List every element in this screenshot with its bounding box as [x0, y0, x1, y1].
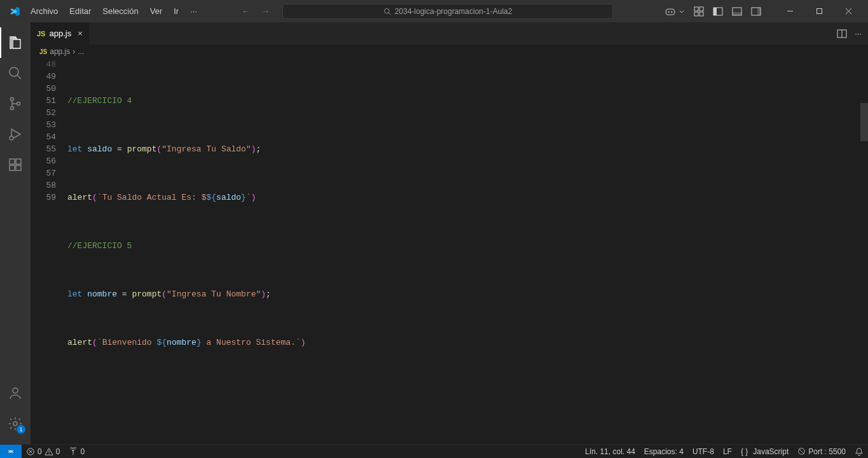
- vscode-logo-icon: [9, 6, 20, 17]
- breadcrumb-more: ...: [78, 47, 84, 56]
- encoding-button[interactable]: UTF-8: [688, 445, 719, 459]
- broadcast-icon: [797, 447, 806, 455]
- explorer-icon[interactable]: [0, 27, 31, 58]
- line-number: 48: [31, 59, 56, 71]
- svg-point-24: [10, 136, 13, 140]
- settings-gear-icon[interactable]: 1: [0, 408, 31, 439]
- line-number: 58: [31, 179, 56, 191]
- svg-rect-5: [694, 7, 698, 11]
- code-line: let nombre = prompt("Ingresa Tu Nombre")…: [67, 288, 868, 300]
- svg-point-19: [10, 67, 18, 76]
- menu-ir[interactable]: Ir: [169, 4, 184, 18]
- activity-bar: 1: [0, 22, 31, 444]
- layout-grid-icon[interactable]: [694, 6, 704, 17]
- svg-rect-2: [666, 9, 675, 15]
- breadcrumb-file: app.js: [50, 47, 70, 56]
- ports-button[interactable]: 0: [64, 445, 89, 459]
- copilot-button[interactable]: [665, 6, 685, 17]
- svg-point-29: [13, 388, 18, 393]
- code-content[interactable]: //EJERCICIO 4 let saldo = prompt("Ingres…: [67, 59, 868, 444]
- svg-rect-16: [816, 9, 822, 14]
- line-number: 52: [31, 107, 56, 119]
- svg-rect-8: [699, 12, 703, 16]
- close-button[interactable]: [834, 0, 863, 22]
- search-text: 2034-logica-programacion-1-Aula2: [395, 7, 513, 16]
- code-line: [67, 216, 868, 228]
- indentation-button[interactable]: Espacios: 4: [640, 445, 688, 459]
- editor-more-icon[interactable]: ···: [855, 29, 862, 38]
- chevron-down-icon: [679, 8, 685, 15]
- line-number: 59: [31, 191, 56, 204]
- problems-button[interactable]: 0 0: [22, 445, 64, 459]
- search-icon: [383, 8, 391, 15]
- code-line: [67, 312, 868, 324]
- menu-ver[interactable]: Ver: [145, 4, 168, 18]
- source-control-icon[interactable]: [0, 88, 31, 119]
- layout-sidebar-right-icon[interactable]: [751, 6, 761, 17]
- split-editor-icon[interactable]: [837, 29, 847, 39]
- editor-region: JS app.js × ··· JS app.js › ... 48 49 50…: [31, 22, 868, 444]
- svg-rect-6: [699, 7, 703, 11]
- svg-rect-25: [10, 159, 15, 164]
- notifications-button[interactable]: [850, 445, 868, 459]
- accounts-icon[interactable]: [0, 378, 31, 408]
- code-line: alert(`Tu Saldo Actual Es: $${saldo}`): [67, 191, 868, 204]
- svg-point-22: [11, 107, 14, 110]
- bell-icon: [855, 447, 864, 456]
- line-number: 53: [31, 119, 56, 131]
- line-number: 49: [31, 71, 56, 83]
- menu-bar: Archivo Editar Selección Ver Ir ···: [25, 4, 202, 18]
- svg-rect-10: [713, 8, 717, 15]
- language-mode-button[interactable]: { }JavaScript: [736, 445, 793, 459]
- title-bar: Archivo Editar Selección Ver Ir ··· ← → …: [0, 0, 868, 22]
- command-center[interactable]: 2034-logica-programacion-1-Aula2: [282, 4, 613, 19]
- js-file-icon: JS: [37, 30, 45, 38]
- svg-point-3: [668, 11, 670, 12]
- code-line: alert(`Bienvenido ${nombre} a Nuestro Si…: [67, 337, 868, 349]
- breadcrumb[interactable]: JS app.js › ...: [31, 45, 868, 59]
- svg-line-20: [17, 75, 21, 79]
- code-editor[interactable]: 48 49 50 51 52 53 54 55 56 57 58 59 //EJ…: [31, 59, 868, 444]
- tab-bar: JS app.js × ···: [31, 22, 868, 45]
- copilot-icon: [665, 6, 676, 17]
- line-number: 55: [31, 143, 56, 155]
- tab-filename: app.js: [49, 29, 71, 38]
- code-line: [67, 264, 868, 276]
- js-file-icon: JS: [39, 48, 47, 55]
- status-bar: 0 0 0 Lín. 11, col. 44 Espacios: 4 UTF-8…: [0, 444, 868, 458]
- svg-rect-26: [10, 165, 15, 170]
- svg-rect-7: [694, 12, 698, 16]
- eol-button[interactable]: LF: [719, 445, 736, 459]
- nav-back-icon[interactable]: ←: [242, 6, 250, 16]
- svg-point-30: [13, 422, 17, 426]
- menu-more[interactable]: ···: [185, 4, 202, 18]
- tab-appjs[interactable]: JS app.js ×: [31, 22, 90, 45]
- tab-close-icon[interactable]: ×: [78, 29, 83, 38]
- run-debug-icon[interactable]: [0, 119, 31, 149]
- svg-rect-14: [757, 8, 761, 15]
- line-number: 57: [31, 167, 56, 179]
- menu-seleccion[interactable]: Selección: [97, 4, 143, 18]
- code-line: [67, 167, 868, 179]
- live-server-button[interactable]: Port : 5500: [793, 445, 850, 459]
- search-activity-icon[interactable]: [0, 58, 31, 88]
- menu-archivo[interactable]: Archivo: [25, 4, 63, 18]
- error-icon: [26, 447, 35, 456]
- settings-badge: 1: [17, 425, 25, 434]
- layout-panel-bottom-icon[interactable]: [732, 6, 742, 17]
- code-line: //EJERCICIO 5: [67, 240, 868, 252]
- remote-button[interactable]: [0, 445, 22, 459]
- extensions-icon[interactable]: [0, 149, 31, 180]
- warning-icon: [45, 447, 53, 456]
- svg-rect-12: [733, 12, 741, 15]
- menu-editar[interactable]: Editar: [64, 4, 96, 18]
- cursor-position[interactable]: Lín. 11, col. 44: [581, 445, 640, 459]
- window-controls: [775, 0, 863, 22]
- antenna-icon: [69, 447, 78, 456]
- line-number: 54: [31, 131, 56, 143]
- maximize-button[interactable]: [804, 0, 834, 22]
- layout-sidebar-left-icon[interactable]: [713, 6, 723, 17]
- nav-forward-icon[interactable]: →: [261, 6, 270, 16]
- minimize-button[interactable]: [775, 0, 804, 22]
- scrollbar[interactable]: [860, 103, 868, 141]
